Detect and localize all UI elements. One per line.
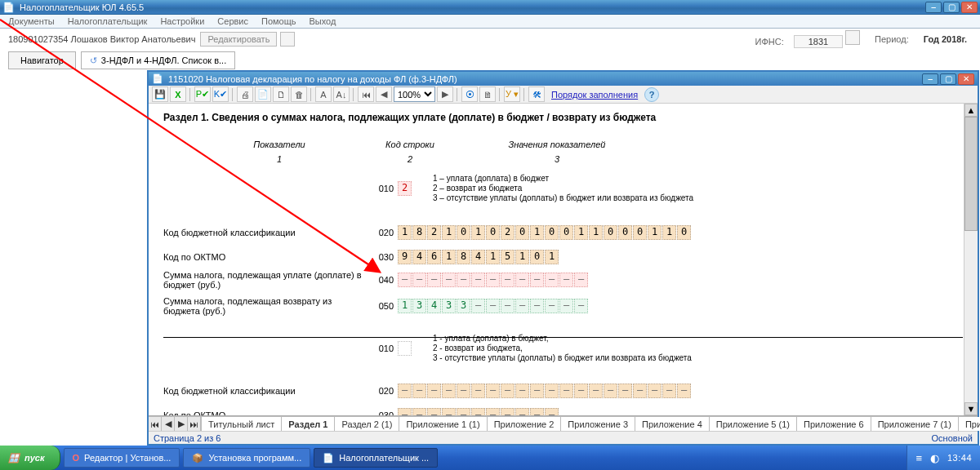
doc-minimize-button[interactable]: ‒ [922, 73, 938, 85]
tb-excel-icon[interactable]: X [170, 86, 186, 102]
tb-first-icon[interactable]: ⏮ [358, 86, 374, 102]
sheet-next-icon[interactable]: ▶ [175, 417, 188, 431]
menu-item-exit[interactable]: Выход [310, 16, 336, 26]
row-b030-cells[interactable]: ––––––––––– [398, 408, 559, 416]
tb-save-icon[interactable]: 💾 [152, 86, 168, 102]
taskbtn-editor-label: Редактор | Установ... [84, 453, 171, 463]
sheet-tab-7[interactable]: Приложение 5 (1) [710, 417, 797, 431]
zoom-select[interactable]: 100% [394, 86, 435, 102]
tb-tool-icon[interactable]: 🛠 [528, 86, 545, 102]
maximize-button[interactable]: ▢ [943, 2, 960, 13]
taskbtn-app[interactable]: 📄 Налогоплательщик ... [314, 448, 438, 468]
row-040-cells[interactable]: ––––––––––––– [398, 273, 588, 287]
doc-maximize-button[interactable]: ▢ [940, 73, 956, 85]
b010-note3: 3 - отсутствие уплаты (доплаты) в бюджет… [433, 353, 692, 363]
sheet-tab-5[interactable]: Приложение 3 [561, 417, 635, 431]
minimize-button[interactable]: ‒ [925, 2, 942, 13]
order-link[interactable]: Порядок заполнения [551, 90, 638, 100]
clear-button[interactable] [280, 32, 295, 47]
document-toolbar: 💾 X P✔ K✔ 🖨 📄 🗋 🗑 A A↓ ⏮ ◀ 100% ▶ ⦿ 🗎 У … [149, 86, 978, 104]
tray-lang-icon[interactable]: ≡ [915, 452, 922, 464]
tray-clock: 13:44 [947, 453, 972, 463]
colnum-2: 2 [369, 154, 451, 164]
taskbtn-editor[interactable]: O Редактор | Установ... [64, 448, 180, 468]
tb-target-icon[interactable]: ⦿ [461, 86, 478, 102]
row-020-label: Код бюджетной классификации [163, 228, 368, 237]
install-icon: 📦 [192, 453, 203, 463]
sheet-last-icon[interactable]: ⏭ [188, 417, 201, 431]
sheet-first-icon[interactable]: ⏮ [149, 417, 162, 431]
row-b020-cells[interactable]: –––––––––––––––––––– [398, 384, 691, 398]
row-030-cells[interactable]: 94618415101 [398, 250, 559, 264]
section-title: Раздел 1. Сведения о суммах налога, подл… [163, 112, 656, 123]
colnum-3: 3 [500, 154, 614, 164]
tb-prev-icon[interactable]: ◀ [376, 86, 392, 102]
tb-u-button[interactable]: У ▾ [504, 86, 520, 102]
taskbtn-install[interactable]: 📦 Установка программ... [183, 448, 310, 468]
sheet-tab-3[interactable]: Приложение 1 (1) [399, 417, 487, 431]
tray-net-icon[interactable]: ◐ [930, 452, 939, 464]
scroll-down-button[interactable]: ▼ [964, 402, 978, 415]
tb-del-icon[interactable]: 🗑 [291, 86, 307, 102]
row-030-label: Код по ОКТМО [163, 252, 368, 262]
row-020-code: 020 [369, 228, 394, 237]
tb-pcheck-icon[interactable]: P✔ [194, 86, 211, 102]
sheet-tab-0[interactable]: Титульный лист [201, 417, 282, 431]
sheet-tab-9[interactable]: Приложение 7 (1) [871, 417, 959, 431]
row-020-cells[interactable]: 18210102010011000110 [398, 225, 691, 240]
app-titlebar: 📄 Налогоплательщик ЮЛ 4.65.5 ‒ ▢ ✕ [0, 0, 980, 15]
menu-item-help[interactable]: Помощь [261, 16, 296, 26]
sheet-tab-8[interactable]: Приложение 6 [797, 417, 871, 431]
scrollbar-thumb[interactable] [964, 117, 978, 231]
row-b020-code: 020 [369, 386, 394, 396]
help-icon[interactable]: ? [644, 87, 659, 102]
navbar: Навигатор ↺ 3-НДФЛ и 4-НДФЛ. Список в... [8, 51, 980, 69]
status-mode: Основной [932, 433, 973, 443]
r010-note2: 2 – возврат из бюджета [433, 184, 693, 193]
row-010-value[interactable]: 2 [398, 181, 412, 196]
navigator-button[interactable]: Навигатор [8, 51, 76, 69]
b010-note2: 2 - возврат из бюджета, [433, 344, 692, 353]
doc-close-button[interactable]: ✕ [958, 73, 974, 85]
sheet-tab-6[interactable]: Приложение 4 [635, 417, 710, 431]
form-viewport: ▲ ▼ Раздел 1. Сведения о суммах налога, … [149, 104, 978, 416]
navigator-label: Навигатор [20, 55, 64, 65]
tb-Ay-button[interactable]: A↓ [333, 86, 350, 102]
sheet-prev-icon[interactable]: ◀ [162, 417, 175, 431]
system-tray: ≡ ◐ 13:44 [906, 446, 980, 470]
row-b010-cell[interactable] [398, 341, 412, 356]
tb-copy-icon[interactable]: 📄 [255, 86, 271, 102]
sheet-tab-2[interactable]: Раздел 2 (1) [335, 417, 399, 431]
ifns-picker-button[interactable] [845, 30, 860, 45]
sheet-nav: ⏮ ◀ ▶ ⏭ [149, 417, 201, 431]
row-050-cells[interactable]: 13433–––––––– [398, 299, 588, 313]
tb-doc-icon[interactable]: 🗎 [479, 86, 496, 102]
sheet-tab-1[interactable]: Раздел 1 [282, 417, 335, 431]
tb-print-icon[interactable]: 🖨 [237, 86, 253, 102]
menu-item-service[interactable]: Сервис [217, 16, 248, 26]
menu-item-documents[interactable]: Документы [8, 16, 55, 26]
menu-item-taxpayer[interactable]: Налогоплательщик [68, 16, 148, 26]
document-title: 1151020 Налоговая декларация по налогу н… [168, 74, 457, 84]
sheet-tab-10[interactable]: Приложение 8 [959, 417, 980, 431]
r010-note1: 1 – уплата (доплата) в бюджет [433, 174, 693, 184]
taskbtn-install-label: Установка программ... [208, 453, 301, 463]
start-button[interactable]: 🪟 пуск [0, 446, 60, 470]
b010-note1: 1 - уплата (доплата) в бюджет, [433, 334, 692, 344]
taskbtn-app-label: Налогоплательщик ... [339, 453, 429, 463]
document-icon: 📄 [152, 73, 163, 84]
close-button[interactable]: ✕ [961, 2, 978, 13]
tb-A-button[interactable]: A [315, 86, 332, 102]
tab-ndfl-icon: ↺ [90, 55, 97, 66]
tb-new-icon[interactable]: 🗋 [273, 86, 289, 102]
tab-ndfl[interactable]: ↺ 3-НДФЛ и 4-НДФЛ. Список в... [81, 51, 235, 69]
scroll-up-button[interactable]: ▲ [964, 104, 978, 117]
sheet-tab-4[interactable]: Приложение 2 [488, 417, 562, 431]
r010-note3: 3 – отсутствие уплаты (доплаты) в бюджет… [433, 193, 693, 203]
menu-item-settings[interactable]: Настройки [160, 16, 204, 26]
status-page: Страница 2 из 6 [154, 433, 220, 443]
row-b030-label: Код по ОКТМО [163, 410, 368, 416]
tb-next-icon[interactable]: ▶ [437, 86, 453, 102]
tb-kcheck-icon[interactable]: K✔ [212, 86, 229, 102]
edit-button[interactable]: Редактировать [200, 32, 277, 47]
